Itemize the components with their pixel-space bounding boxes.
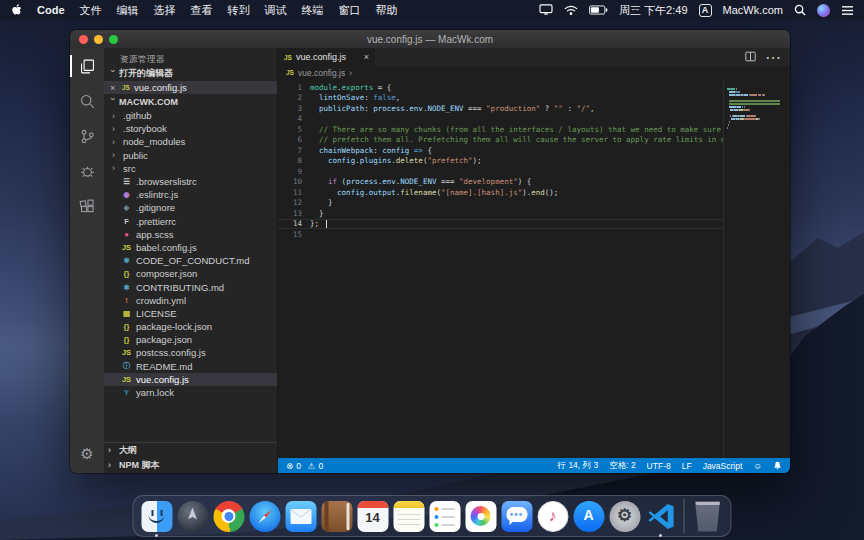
menu-bar-account[interactable]: MacWk.com (723, 4, 784, 16)
dock-vscode-icon[interactable] (644, 498, 678, 534)
tree-file-postcss.config.js[interactable]: JSpostcss.config.js (104, 346, 277, 359)
tree-folder-node_modules[interactable]: ›node_modules (104, 135, 277, 148)
debug-icon[interactable] (70, 160, 104, 182)
menu-item-终端[interactable]: 终端 (302, 3, 324, 18)
open-editors-header[interactable]: › 打开的编辑器 (104, 66, 277, 81)
zoom-window-button[interactable] (109, 35, 118, 44)
feedback-smiley-icon[interactable]: ☺ (753, 461, 762, 471)
sidebar-section-NPM 脚本[interactable]: ›NPM 脚本 (104, 458, 277, 473)
siri-icon[interactable] (817, 4, 830, 17)
tree-file-CODE_OF_CONDUCT.md[interactable]: ✱CODE_OF_CONDUCT.md (104, 254, 277, 267)
tree-file-composer.json[interactable]: {}composer.json (104, 267, 277, 280)
dock-finder-icon[interactable] (140, 498, 174, 534)
dock-chrome-icon[interactable] (212, 498, 246, 534)
dock-sysprefs-icon[interactable]: ⚙ (608, 498, 642, 534)
dock-safari-icon[interactable] (248, 498, 282, 534)
notification-center-icon[interactable] (841, 5, 854, 16)
tree-folder-.github[interactable]: ›.github (104, 109, 277, 122)
menu-item-选择[interactable]: 选择 (154, 3, 176, 18)
workspace-root-header[interactable]: › MACWK.COM (104, 94, 277, 109)
tree-folder-.storybook[interactable]: ›.storybook (104, 122, 277, 135)
tree-file-LICENSE[interactable]: ▤LICENSE (104, 307, 277, 320)
minimap[interactable] (723, 79, 790, 458)
warnings-status[interactable]: ⚠ 0 (308, 461, 323, 471)
menu-item-窗口[interactable]: 窗口 (339, 3, 361, 18)
close-tab-icon[interactable]: × (364, 52, 369, 62)
status-indentation[interactable]: 空格: 2 (609, 460, 635, 472)
close-window-button[interactable] (79, 35, 88, 44)
tree-file-.gitignore[interactable]: ◆.gitignore (104, 201, 277, 214)
apple-menu-icon[interactable] (10, 3, 22, 17)
dock-contacts-icon[interactable] (320, 498, 354, 534)
wifi-icon[interactable] (564, 5, 578, 16)
dock-messages-icon[interactable]: ••• (500, 498, 534, 534)
line-number: 8 (278, 156, 310, 165)
split-editor-icon[interactable] (745, 48, 756, 66)
status-cursor-position[interactable]: 行 14, 列 3 (558, 460, 599, 472)
status-language-mode[interactable]: JavaScript (703, 461, 743, 471)
breadcrumb[interactable]: JS vue.config.js › (278, 66, 790, 79)
tab-vue-config-js[interactable]: JS vue.config.js × (278, 48, 375, 66)
tree-file-babel.config.js[interactable]: JSbabel.config.js (104, 241, 277, 254)
tree-item-label: .browserslistrc (136, 176, 197, 187)
menu-item-帮助[interactable]: 帮助 (376, 3, 398, 18)
tree-file-app.scss[interactable]: ●app.scss (104, 228, 277, 241)
minimize-window-button[interactable] (94, 35, 103, 44)
sidebar-title: 资源管理器 (104, 48, 277, 66)
dock-reminders-icon[interactable] (428, 498, 462, 534)
menu-item-调试[interactable]: 调试 (265, 3, 287, 18)
dock-trash-icon[interactable] (691, 498, 725, 534)
tree-file-vue.config.js[interactable]: JSvue.config.js (104, 373, 277, 386)
active-app-name[interactable]: Code (37, 4, 65, 16)
line-number: 11 (278, 188, 310, 197)
close-editor-icon[interactable]: × (110, 83, 118, 93)
status-eol[interactable]: LF (682, 461, 692, 471)
search-icon[interactable] (794, 4, 806, 16)
manage-gear-icon[interactable]: ⚙ (80, 445, 93, 463)
code-editor[interactable]: 1module.exports = {2 lintOnSave: false,3… (278, 79, 790, 458)
tree-file-.prettierrc[interactable]: F.prettierrc (104, 215, 277, 228)
line-content: config.plugins.delete("prefetch"); (310, 156, 482, 165)
display-icon[interactable] (539, 4, 553, 16)
tree-file-CONTRIBUTING.md[interactable]: ✱CONTRIBUTING.md (104, 280, 277, 293)
tree-file-package.json[interactable]: {}package.json (104, 333, 277, 346)
minimap-line (727, 127, 790, 129)
source-control-icon[interactable] (70, 125, 104, 147)
menu-item-文件[interactable]: 文件 (80, 3, 102, 18)
menu-bar-clock[interactable]: 周三 下午2:49 (619, 3, 687, 18)
dock-appstore-icon[interactable]: A (572, 498, 606, 534)
tree-folder-src[interactable]: ›src (104, 162, 277, 175)
dock-launchpad-icon[interactable] (176, 498, 210, 534)
line-content: // There are so many chunks (from all th… (310, 125, 723, 134)
menu-item-编辑[interactable]: 编辑 (117, 3, 139, 18)
dock-calendar-icon[interactable]: 14 (356, 498, 390, 534)
window-titlebar[interactable]: vue.config.js — MacWk.com (70, 30, 790, 48)
input-source-icon[interactable]: A (699, 4, 712, 17)
tree-file-.eslintrc.js[interactable]: ◉.eslintrc.js (104, 188, 277, 201)
line-content: lintOnSave: false, (310, 93, 400, 102)
menu-item-转到[interactable]: 转到 (228, 3, 250, 18)
sidebar-section-大纲[interactable]: ›大纲 (104, 443, 277, 458)
tree-file-.browserslistrc[interactable]: ☰.browserslistrc (104, 175, 277, 188)
explorer-icon[interactable] (70, 55, 104, 77)
tree-file-yarn.lock[interactable]: Yyarn.lock (104, 386, 277, 399)
tree-file-crowdin.yml[interactable]: !crowdin.yml (104, 294, 277, 307)
tree-item-label: .gitignore (136, 202, 175, 213)
notifications-bell-icon[interactable] (773, 461, 782, 470)
tree-file-package-lock.json[interactable]: {}package-lock.json (104, 320, 277, 333)
menu-item-查看[interactable]: 查看 (191, 3, 213, 18)
extensions-icon[interactable] (70, 195, 104, 217)
tree-folder-public[interactable]: ›public (104, 149, 277, 162)
errors-status[interactable]: ⊗ 0 (286, 461, 301, 471)
breadcrumb-file[interactable]: vue.config.js (298, 68, 345, 78)
more-actions-icon[interactable]: ⋯ (765, 48, 781, 67)
dock-photos-icon[interactable] (464, 498, 498, 534)
dock-notes-icon[interactable] (392, 498, 426, 534)
tree-file-README.md[interactable]: ⓘREADME.md (104, 360, 277, 373)
dock-mail-icon[interactable] (284, 498, 318, 534)
dock-itunes-icon[interactable]: ♪ (536, 498, 570, 534)
battery-icon[interactable] (589, 5, 608, 15)
open-editor-item[interactable]: × JS vue.config.js (104, 81, 277, 94)
search-view-icon[interactable] (70, 90, 104, 112)
status-encoding[interactable]: UTF-8 (647, 461, 671, 471)
